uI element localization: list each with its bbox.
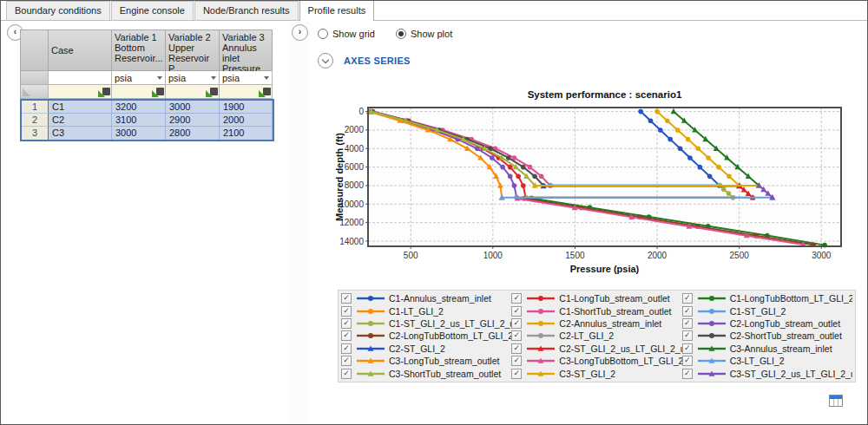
series-label: C1-ST_GLI_2	[730, 306, 786, 317]
cell-value[interactable]: 3000	[112, 127, 166, 140]
column-title-line: Variable 2	[168, 32, 216, 42]
filter-edit-icon[interactable]	[259, 87, 271, 97]
show-as-grid-icon[interactable]	[829, 395, 843, 407]
cell-value[interactable]: 3000	[166, 101, 220, 114]
filter-leaf-icon	[152, 90, 159, 97]
x-axis-label: Pressure (psia)	[570, 264, 640, 274]
filter-input-2[interactable]	[166, 85, 220, 99]
expand-panel-button[interactable]: ›	[292, 24, 308, 41]
unit-dropdown-3[interactable]: psia	[220, 71, 273, 85]
tab-engine-console[interactable]: Engine console	[111, 1, 194, 20]
legend-item: ✓C2-LongTub_stream_outlet	[682, 317, 852, 330]
filter-edit-icon[interactable]	[152, 87, 164, 97]
row-number[interactable]: 1	[22, 101, 49, 114]
column-header-variable-1[interactable]: Variable 1BottomReservoir...	[112, 29, 166, 71]
radio-button-icon[interactable]	[396, 29, 406, 39]
column-header-variable-2[interactable]: Variable 2UpperReservoir P...	[166, 29, 220, 71]
series-checkbox[interactable]: ✓	[511, 318, 522, 329]
series-color-swatch	[356, 344, 385, 353]
series-label: C3-LongTubBottom_LT_GLI_2_ds	[559, 356, 681, 366]
cell-case[interactable]: C1	[49, 101, 112, 114]
y-tick-label: 14000	[339, 237, 364, 246]
series-checkbox[interactable]: ✓	[682, 330, 693, 341]
series-checkbox[interactable]: ✓	[341, 356, 352, 366]
series-color-swatch	[697, 319, 727, 328]
series-color-swatch	[356, 331, 385, 340]
series-label: C1-LongTubBottom_LT_GLI_2_ds	[730, 293, 852, 304]
column-header-case[interactable]: Case	[49, 29, 112, 71]
radio-button-icon[interactable]	[318, 29, 328, 39]
series-checkbox[interactable]: ✓	[341, 369, 352, 379]
series-checkbox[interactable]: ✓	[511, 369, 522, 379]
chevron-down-icon[interactable]	[318, 53, 333, 69]
row-number[interactable]: 2	[22, 114, 49, 127]
cell-value[interactable]: 2100	[220, 127, 273, 140]
filter-input-1[interactable]	[112, 85, 166, 99]
cases-panel: ‹ CaseVariable 1BottomReservoir...Variab…	[1, 22, 289, 424]
series-checkbox[interactable]: ✓	[341, 330, 352, 341]
filter-edit-icon[interactable]	[206, 87, 218, 97]
cell-case[interactable]: C2	[49, 114, 112, 127]
row-number[interactable]: 3	[22, 127, 49, 140]
series-checkbox[interactable]: ✓	[682, 369, 693, 379]
series-checkbox[interactable]: ✓	[511, 293, 522, 304]
legend-item: ✓C2-ShortTub_stream_outlet	[682, 330, 852, 342]
series-checkbox[interactable]: ✓	[341, 318, 352, 329]
series-label: C1-ShortTub_stream_outlet	[559, 306, 671, 317]
plot-panel: Show gridShow plot AXES SERIES 500100015…	[310, 22, 867, 424]
tab-node-branch-results[interactable]: Node/Branch results	[194, 1, 299, 20]
series-checkbox[interactable]: ✓	[682, 293, 693, 304]
y-tick-label: 6000	[345, 162, 365, 172]
column-title-line: Annulus inlet	[222, 42, 269, 63]
cell-value[interactable]: 3200	[112, 101, 166, 114]
tab-profile-results[interactable]: Profile results	[299, 0, 375, 21]
series-checkbox[interactable]: ✓	[341, 343, 352, 354]
series-checkbox[interactable]: ✓	[511, 356, 522, 366]
series-checkbox[interactable]: ✓	[511, 343, 522, 354]
unit-dropdown-2[interactable]: psia	[166, 71, 220, 85]
dropdown-arrow-icon	[157, 76, 162, 80]
legend-item: ✓C3-Annulus_stream_inlet	[682, 343, 852, 355]
unit-value: psia	[168, 73, 186, 83]
tab-boundary-conditions[interactable]: Boundary conditions	[6, 1, 110, 20]
x-tick-label: 2500	[730, 251, 750, 260]
legend-item: ✓C1-LT_GLI_2	[341, 304, 511, 317]
column-header-variable-3[interactable]: Variable 3Annulus inletPressure	[220, 29, 273, 71]
series-label: C1-Annulus_stream_inlet	[389, 293, 491, 304]
legend-item: ✓C3-ST_GLI_2	[511, 368, 681, 380]
axes-series-header[interactable]: AXES SERIES	[318, 53, 411, 69]
cell-value[interactable]: 2000	[220, 114, 273, 127]
filter-edit-icon[interactable]	[98, 87, 110, 97]
series-color-swatch	[697, 294, 727, 303]
x-tick-label: 1000	[483, 251, 503, 260]
series-color-swatch	[356, 356, 385, 365]
series-color-swatch	[356, 294, 385, 303]
series-checkbox[interactable]: ✓	[682, 318, 693, 329]
radio-show-plot[interactable]: Show plot	[396, 29, 452, 39]
series-label: C3-ST_GLI_2	[559, 369, 615, 379]
series-checkbox[interactable]: ✓	[682, 343, 693, 354]
panel-splitter: ›	[288, 22, 311, 424]
dropdown-arrow-icon	[264, 76, 269, 80]
series-color-swatch	[526, 294, 556, 303]
series-checkbox[interactable]: ✓	[511, 306, 522, 317]
filter-input-0[interactable]	[49, 85, 112, 99]
cell-value[interactable]: 1900	[220, 101, 273, 114]
legend-item: ✓C2-ST_GLI_2	[341, 343, 511, 355]
cell-value[interactable]: 3100	[112, 114, 166, 127]
radio-show-grid[interactable]: Show grid	[318, 29, 375, 39]
series-checkbox[interactable]: ✓	[682, 356, 693, 366]
unit-dropdown-1[interactable]: psia	[112, 71, 166, 85]
cell-value[interactable]: 2900	[166, 114, 220, 127]
cell-case[interactable]: C3	[49, 127, 112, 140]
unit-cell-empty	[49, 71, 112, 85]
series-label: C1-LT_GLI_2	[389, 306, 444, 317]
series-color-swatch	[526, 369, 556, 378]
series-checkbox[interactable]: ✓	[341, 293, 352, 304]
series-checkbox[interactable]: ✓	[682, 306, 693, 317]
series-checkbox[interactable]: ✓	[341, 306, 352, 317]
filter-input-3[interactable]	[220, 85, 273, 99]
view-toggle-group: Show gridShow plot	[318, 29, 473, 39]
series-checkbox[interactable]: ✓	[511, 330, 522, 341]
cell-value[interactable]: 2800	[166, 127, 220, 140]
